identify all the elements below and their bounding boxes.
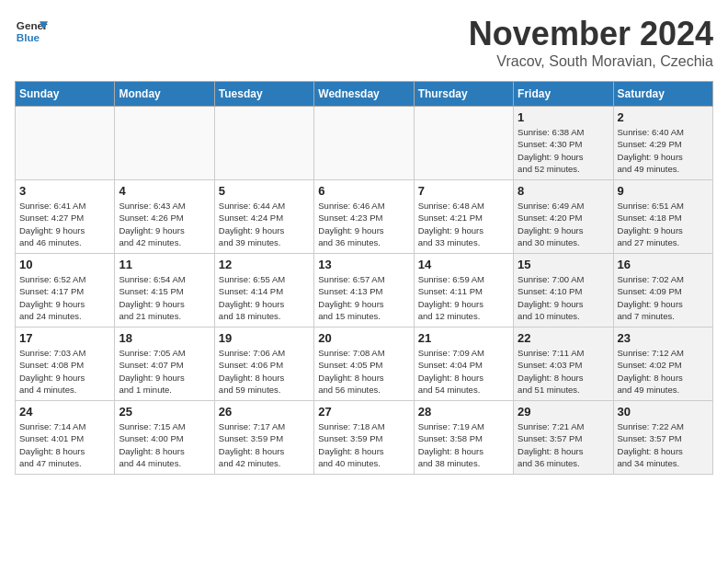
calendar-cell: 6Sunrise: 6:46 AM Sunset: 4:23 PM Daylig… (314, 180, 414, 254)
day-info: Sunrise: 7:14 AM Sunset: 4:01 PM Dayligh… (19, 420, 110, 469)
day-number: 14 (418, 258, 509, 271)
page-header: General Blue November 2024 Vracov, South… (15, 15, 713, 70)
calendar-cell: 22Sunrise: 7:11 AM Sunset: 4:03 PM Dayli… (514, 327, 613, 401)
calendar-cell: 23Sunrise: 7:12 AM Sunset: 4:02 PM Dayli… (613, 327, 712, 401)
calendar-cell: 9Sunrise: 6:51 AM Sunset: 4:18 PM Daylig… (613, 180, 712, 254)
location-title: Vracov, South Moravian, Czechia (469, 53, 713, 70)
calendar-cell: 26Sunrise: 7:17 AM Sunset: 3:59 PM Dayli… (214, 401, 313, 475)
day-number: 16 (618, 258, 709, 271)
day-number: 2 (618, 110, 709, 124)
calendar-cell: 12Sunrise: 6:55 AM Sunset: 4:14 PM Dayli… (214, 254, 313, 327)
day-info: Sunrise: 7:03 AM Sunset: 4:08 PM Dayligh… (19, 347, 110, 396)
day-info: Sunrise: 6:54 AM Sunset: 4:15 PM Dayligh… (119, 273, 210, 322)
day-number: 18 (119, 331, 210, 345)
day-of-week-header: Saturday (613, 82, 712, 107)
calendar-cell (314, 107, 414, 180)
calendar-cell: 20Sunrise: 7:08 AM Sunset: 4:05 PM Dayli… (314, 327, 414, 401)
logo: General Blue (15, 15, 48, 48)
day-of-week-header: Friday (514, 82, 613, 107)
day-of-week-header: Sunday (16, 82, 115, 107)
calendar-week-row: 24Sunrise: 7:14 AM Sunset: 4:01 PM Dayli… (16, 401, 713, 475)
day-info: Sunrise: 6:44 AM Sunset: 4:24 PM Dayligh… (219, 200, 310, 248)
day-info: Sunrise: 7:21 AM Sunset: 3:57 PM Dayligh… (518, 420, 609, 469)
day-info: Sunrise: 6:57 AM Sunset: 4:13 PM Dayligh… (318, 273, 409, 322)
calendar-cell: 5Sunrise: 6:44 AM Sunset: 4:24 PM Daylig… (214, 180, 313, 254)
day-info: Sunrise: 6:52 AM Sunset: 4:17 PM Dayligh… (19, 273, 110, 322)
day-info: Sunrise: 7:09 AM Sunset: 4:04 PM Dayligh… (418, 347, 509, 396)
day-number: 20 (318, 331, 409, 345)
day-info: Sunrise: 7:11 AM Sunset: 4:03 PM Dayligh… (518, 347, 609, 396)
day-number: 6 (318, 184, 409, 198)
calendar-table: SundayMondayTuesdayWednesdayThursdayFrid… (15, 81, 713, 475)
calendar-cell: 27Sunrise: 7:18 AM Sunset: 3:59 PM Dayli… (314, 401, 414, 475)
calendar-cell: 8Sunrise: 6:49 AM Sunset: 4:20 PM Daylig… (514, 180, 613, 254)
calendar-cell: 30Sunrise: 7:22 AM Sunset: 3:57 PM Dayli… (613, 401, 712, 475)
day-number: 5 (219, 184, 310, 198)
day-info: Sunrise: 7:15 AM Sunset: 4:00 PM Dayligh… (119, 420, 210, 469)
day-number: 11 (119, 258, 210, 271)
day-number: 27 (318, 405, 409, 419)
day-number: 30 (618, 405, 709, 419)
day-number: 9 (618, 184, 709, 198)
calendar-cell: 7Sunrise: 6:48 AM Sunset: 4:21 PM Daylig… (414, 180, 513, 254)
day-info: Sunrise: 6:55 AM Sunset: 4:14 PM Dayligh… (219, 273, 310, 322)
calendar-cell: 21Sunrise: 7:09 AM Sunset: 4:04 PM Dayli… (414, 327, 513, 401)
day-number: 1 (518, 110, 609, 124)
day-info: Sunrise: 6:41 AM Sunset: 4:27 PM Dayligh… (19, 200, 110, 248)
calendar-week-row: 1Sunrise: 6:38 AM Sunset: 4:30 PM Daylig… (16, 107, 713, 180)
day-info: Sunrise: 6:48 AM Sunset: 4:21 PM Dayligh… (418, 200, 509, 248)
calendar-header-row: SundayMondayTuesdayWednesdayThursdayFrid… (16, 82, 713, 107)
calendar-cell: 2Sunrise: 6:40 AM Sunset: 4:29 PM Daylig… (613, 107, 712, 180)
svg-text:Blue: Blue (17, 31, 40, 43)
day-number: 3 (19, 184, 110, 198)
day-info: Sunrise: 7:19 AM Sunset: 3:58 PM Dayligh… (418, 420, 509, 469)
day-number: 21 (418, 331, 509, 345)
day-of-week-header: Tuesday (214, 82, 313, 107)
month-title: November 2024 (469, 15, 713, 53)
calendar-cell: 13Sunrise: 6:57 AM Sunset: 4:13 PM Dayli… (314, 254, 414, 327)
day-info: Sunrise: 6:43 AM Sunset: 4:26 PM Dayligh… (119, 200, 210, 248)
day-number: 7 (418, 184, 509, 198)
calendar-cell: 25Sunrise: 7:15 AM Sunset: 4:00 PM Dayli… (115, 401, 214, 475)
calendar-cell: 1Sunrise: 6:38 AM Sunset: 4:30 PM Daylig… (514, 107, 613, 180)
day-number: 23 (618, 331, 709, 345)
calendar-week-row: 3Sunrise: 6:41 AM Sunset: 4:27 PM Daylig… (16, 180, 713, 254)
day-of-week-header: Wednesday (314, 82, 414, 107)
day-info: Sunrise: 6:49 AM Sunset: 4:20 PM Dayligh… (518, 200, 609, 248)
day-number: 26 (219, 405, 310, 419)
calendar-cell: 28Sunrise: 7:19 AM Sunset: 3:58 PM Dayli… (414, 401, 513, 475)
calendar-week-row: 17Sunrise: 7:03 AM Sunset: 4:08 PM Dayli… (16, 327, 713, 401)
calendar-cell: 16Sunrise: 7:02 AM Sunset: 4:09 PM Dayli… (613, 254, 712, 327)
calendar-cell: 29Sunrise: 7:21 AM Sunset: 3:57 PM Dayli… (514, 401, 613, 475)
calendar-cell: 11Sunrise: 6:54 AM Sunset: 4:15 PM Dayli… (115, 254, 214, 327)
calendar-cell: 17Sunrise: 7:03 AM Sunset: 4:08 PM Dayli… (16, 327, 115, 401)
calendar-cell: 18Sunrise: 7:05 AM Sunset: 4:07 PM Dayli… (115, 327, 214, 401)
day-number: 22 (518, 331, 609, 345)
day-number: 25 (119, 405, 210, 419)
calendar-cell: 4Sunrise: 6:43 AM Sunset: 4:26 PM Daylig… (115, 180, 214, 254)
day-number: 10 (19, 258, 110, 271)
day-info: Sunrise: 7:05 AM Sunset: 4:07 PM Dayligh… (119, 347, 210, 396)
calendar-cell (115, 107, 214, 180)
day-number: 13 (318, 258, 409, 271)
calendar-week-row: 10Sunrise: 6:52 AM Sunset: 4:17 PM Dayli… (16, 254, 713, 327)
day-info: Sunrise: 6:59 AM Sunset: 4:11 PM Dayligh… (418, 273, 509, 322)
day-info: Sunrise: 6:40 AM Sunset: 4:29 PM Dayligh… (618, 126, 709, 175)
day-number: 15 (518, 258, 609, 271)
day-number: 8 (518, 184, 609, 198)
day-info: Sunrise: 7:18 AM Sunset: 3:59 PM Dayligh… (318, 420, 409, 469)
calendar-cell (414, 107, 513, 180)
day-info: Sunrise: 7:02 AM Sunset: 4:09 PM Dayligh… (618, 273, 709, 322)
day-info: Sunrise: 6:38 AM Sunset: 4:30 PM Dayligh… (518, 126, 609, 175)
day-info: Sunrise: 6:46 AM Sunset: 4:23 PM Dayligh… (318, 200, 409, 248)
day-info: Sunrise: 7:08 AM Sunset: 4:05 PM Dayligh… (318, 347, 409, 396)
calendar-cell (16, 107, 115, 180)
day-of-week-header: Thursday (414, 82, 513, 107)
title-area: November 2024 Vracov, South Moravian, Cz… (469, 15, 713, 70)
calendar-cell: 15Sunrise: 7:00 AM Sunset: 4:10 PM Dayli… (514, 254, 613, 327)
day-info: Sunrise: 7:17 AM Sunset: 3:59 PM Dayligh… (219, 420, 310, 469)
calendar-cell: 24Sunrise: 7:14 AM Sunset: 4:01 PM Dayli… (16, 401, 115, 475)
calendar-cell (214, 107, 313, 180)
calendar-cell: 3Sunrise: 6:41 AM Sunset: 4:27 PM Daylig… (16, 180, 115, 254)
day-number: 17 (19, 331, 110, 345)
